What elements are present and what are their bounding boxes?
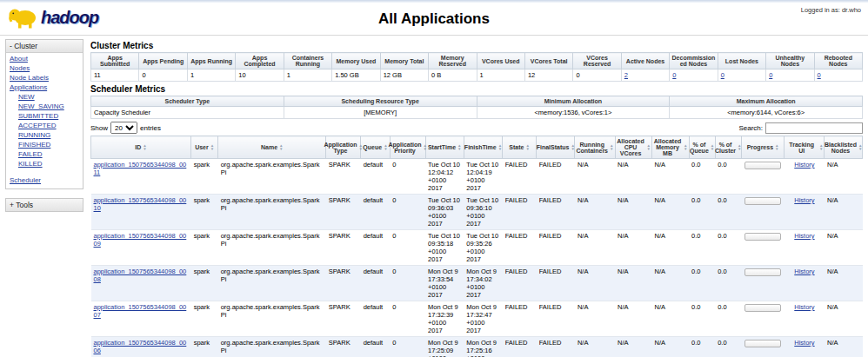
table-row: application_1507565344098_0009sparkorg.a… bbox=[91, 230, 863, 266]
history-link[interactable]: History bbox=[794, 161, 814, 169]
sidebar-link-submitted[interactable]: SUBMITTED bbox=[18, 112, 58, 120]
cell-queue: default bbox=[361, 195, 391, 230]
apps-col-header-finishtime[interactable]: FinishTime bbox=[464, 136, 502, 159]
apps-col-header-starttime[interactable]: StartTime bbox=[425, 136, 464, 159]
sidebar-state-new: NEW bbox=[9, 93, 81, 102]
column-header-inner: Queue bbox=[362, 144, 389, 151]
apps-col-header-progress[interactable]: Progress bbox=[741, 136, 785, 159]
apps-col-header-allocated-cpu-vcores[interactable]: Allocated CPU VCores bbox=[615, 136, 652, 159]
cell-id: application_1507565344098_0011 bbox=[91, 159, 191, 195]
apps-col-header-tracking-ui[interactable]: Tracking UI bbox=[785, 136, 825, 159]
sidebar-state-accepted: ACCEPTED bbox=[9, 122, 81, 131]
cell-type: SPARK bbox=[326, 266, 361, 301]
cell-pct_queue: 0.0 bbox=[689, 195, 715, 230]
column-label: Tracking UI bbox=[785, 142, 818, 154]
sidebar-link-failed[interactable]: FAILED bbox=[18, 150, 43, 158]
cluster-col-containers-running: Containers Running bbox=[284, 53, 331, 69]
cell-finish: Tue Oct 10 09:35:26 +0100 2017 bbox=[464, 230, 502, 266]
history-link[interactable]: History bbox=[794, 196, 814, 204]
application-id-link[interactable]: application_1507565344098_0010 bbox=[94, 196, 187, 212]
node-count-link[interactable]: 0 bbox=[672, 71, 676, 79]
apps-col-header-application-type[interactable]: Application Type bbox=[326, 136, 361, 159]
node-count-link[interactable]: 0 bbox=[721, 71, 724, 79]
application-id-link[interactable]: application_1507565344098_0006 bbox=[94, 339, 187, 354]
sidebar-link-nodes[interactable]: Nodes bbox=[10, 64, 30, 72]
cell-id: application_1507565344098_0008 bbox=[91, 266, 191, 301]
apps-col-header-queue[interactable]: Queue bbox=[361, 136, 391, 159]
column-header-inner: % of Cluster bbox=[717, 142, 740, 154]
sort-icon bbox=[711, 144, 714, 151]
tools-nav-header[interactable]: Tools bbox=[6, 199, 83, 211]
history-link[interactable]: History bbox=[794, 268, 814, 275]
scheduler-col-scheduler-type: Scheduler Type bbox=[91, 96, 284, 107]
application-id-link[interactable]: application_1507565344098_0008 bbox=[94, 268, 187, 283]
apps-col-header-state[interactable]: State bbox=[503, 136, 537, 159]
cell-type: SPARK bbox=[326, 230, 361, 266]
cluster-metrics-value-row: 11011011.50 GB12 GB0 B112020000 bbox=[91, 69, 863, 82]
sidebar-state-submitted: SUBMITTED bbox=[9, 112, 81, 122]
cell-type: SPARK bbox=[326, 337, 361, 357]
cluster-col-apps-completed: Apps Completed bbox=[236, 53, 284, 69]
sidebar-link-finished[interactable]: FINISHED bbox=[18, 141, 50, 149]
apps-col-header-id[interactable]: ID bbox=[91, 136, 191, 159]
cluster-metric-value: 0 bbox=[573, 69, 621, 82]
apps-col-header-application-priority[interactable]: Application Priority bbox=[390, 136, 425, 159]
sidebar-link-about[interactable]: About bbox=[10, 55, 28, 63]
application-id-link[interactable]: application_1507565344098_0007 bbox=[94, 303, 187, 319]
sidebar-link-accepted[interactable]: ACCEPTED bbox=[18, 122, 57, 129]
cell-vcores: N/A bbox=[615, 337, 652, 357]
cell-id: application_1507565344098_0006 bbox=[91, 337, 191, 357]
cell-blacklisted: N/A bbox=[825, 301, 863, 337]
applications-table: IDUserNameApplication TypeQueueApplicati… bbox=[90, 136, 863, 357]
column-header-inner: Name bbox=[219, 144, 324, 151]
column-header-inner: Allocated CPU VCores bbox=[617, 138, 651, 156]
cell-user: spark bbox=[191, 230, 218, 266]
sidebar-link-applications[interactable]: Applications bbox=[10, 83, 47, 91]
apps-col-header-finalstatus[interactable]: FinalStatus bbox=[537, 136, 575, 159]
column-label: StartTime bbox=[428, 144, 456, 150]
cluster-metric-value: 0 bbox=[814, 69, 862, 82]
apps-col-header-of-cluster[interactable]: % of Cluster bbox=[715, 136, 741, 159]
sort-icon bbox=[684, 144, 687, 151]
cell-start: Tue Oct 10 09:35:18 +0100 2017 bbox=[425, 230, 464, 266]
apps-col-header-of-queue[interactable]: % of Queue bbox=[689, 136, 715, 159]
cell-name: org.apache.spark.examples.SparkPi bbox=[218, 337, 326, 357]
progress-bar bbox=[744, 162, 781, 169]
history-link[interactable]: History bbox=[794, 232, 814, 240]
sidebar-link-scheduler[interactable]: Scheduler bbox=[10, 176, 41, 184]
application-id-link[interactable]: application_1507565344098_0011 bbox=[94, 161, 187, 176]
cluster-nav-list: AboutNodesNode LabelsApplicationsNEWNEW_… bbox=[6, 53, 83, 188]
cell-type: SPARK bbox=[326, 195, 361, 230]
sidebar-link-new-saving[interactable]: NEW_SAVING bbox=[18, 102, 64, 110]
cluster-metric-value: 0 bbox=[670, 69, 718, 82]
apps-col-header-user[interactable]: User bbox=[191, 136, 218, 159]
sidebar-link-running[interactable]: RUNNING bbox=[18, 131, 50, 139]
cell-vcores: N/A bbox=[615, 266, 652, 301]
apps-col-header-running-containers[interactable]: Running Containers bbox=[575, 136, 615, 159]
sidebar-link-node-labels[interactable]: Node Labels bbox=[10, 74, 49, 82]
column-label: User bbox=[195, 144, 209, 150]
scheduler-metrics-header-row: Scheduler TypeScheduling Resource TypeMi… bbox=[91, 96, 863, 107]
table-row: application_1507565344098_0011sparkorg.a… bbox=[91, 159, 863, 195]
history-link[interactable]: History bbox=[794, 339, 814, 347]
cell-state: FAILED bbox=[503, 266, 537, 301]
page-size-select[interactable]: 20 bbox=[110, 122, 137, 134]
progress-bar bbox=[744, 233, 781, 241]
node-count-link[interactable]: 0 bbox=[818, 71, 821, 79]
cell-containers: N/A bbox=[575, 266, 615, 301]
apps-col-header-blacklisted-nodes[interactable]: Blacklisted Nodes bbox=[825, 136, 863, 159]
cell-user: spark bbox=[191, 195, 218, 230]
search-input[interactable] bbox=[765, 122, 863, 134]
apps-col-header-name[interactable]: Name bbox=[218, 136, 326, 159]
apps-col-header-allocated-memory-mb[interactable]: Allocated Memory MB bbox=[652, 136, 690, 159]
node-count-link[interactable]: 0 bbox=[769, 71, 772, 79]
cell-start: Mon Oct 9 17:32:39 +0100 2017 bbox=[425, 301, 464, 337]
cluster-nav-header[interactable]: Cluster bbox=[6, 40, 83, 53]
cell-containers: N/A bbox=[575, 301, 615, 337]
sidebar-link-new[interactable]: NEW bbox=[18, 93, 35, 101]
node-count-link[interactable]: 2 bbox=[624, 71, 628, 79]
sidebar-link-killed[interactable]: KILLED bbox=[18, 160, 43, 168]
history-link[interactable]: History bbox=[794, 303, 814, 311]
application-id-link[interactable]: application_1507565344098_0009 bbox=[94, 232, 187, 248]
column-header-inner: State bbox=[504, 144, 535, 151]
